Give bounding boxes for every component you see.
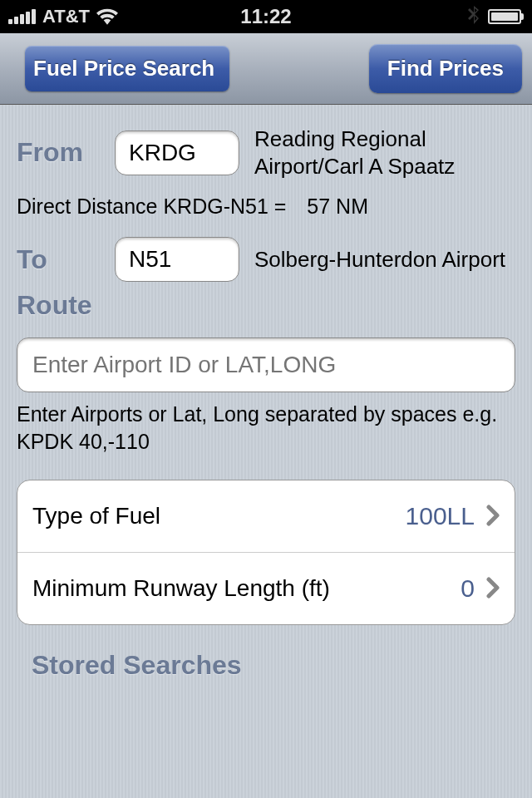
to-row: To Solberg-Hunterdon Airport — [17, 237, 515, 282]
chevron-right-icon — [486, 571, 500, 606]
fuel-type-label: Type of Fuel — [32, 503, 406, 530]
bluetooth-icon — [468, 6, 480, 28]
route-section: Route Enter Airports or Lat, Long separa… — [17, 290, 515, 455]
find-prices-button[interactable]: Find Prices — [369, 44, 522, 93]
to-airport-name: Solberg-Hunterdon Airport — [254, 246, 515, 273]
battery-icon — [488, 9, 524, 24]
carrier-label: AT&T — [42, 6, 90, 27]
status-right — [468, 6, 524, 28]
from-label: From — [17, 137, 100, 168]
runway-length-row[interactable]: Minimum Runway Length (ft) 0 — [17, 553, 515, 624]
to-input[interactable] — [115, 237, 239, 282]
content: From Reading Regional Airport/Carl A Spa… — [0, 105, 532, 702]
wifi-icon — [96, 8, 118, 25]
route-input[interactable] — [17, 337, 515, 392]
from-input[interactable] — [115, 131, 239, 175]
clock: 11:22 — [240, 5, 291, 28]
fuel-type-row[interactable]: Type of Fuel 100LL — [17, 480, 515, 553]
fuel-type-value: 100LL — [406, 502, 475, 530]
from-row: From Reading Regional Airport/Carl A Spa… — [17, 126, 515, 180]
route-label: Route — [17, 290, 515, 321]
route-helper-text: Enter Airports or Lat, Long separated by… — [17, 401, 515, 455]
back-button[interactable]: Fuel Price Search — [25, 46, 229, 91]
to-label: To — [17, 244, 100, 275]
chevron-right-icon — [486, 499, 500, 534]
distance-label: Direct Distance KRDG-N51 = — [17, 195, 286, 218]
settings-list: Type of Fuel 100LL Minimum Runway Length… — [17, 480, 515, 625]
stored-searches-label: Stored Searches — [32, 650, 515, 681]
runway-length-label: Minimum Runway Length (ft) — [32, 575, 461, 602]
from-airport-name: Reading Regional Airport/Carl A Spaatz — [254, 126, 515, 180]
status-bar: AT&T 11:22 — [0, 0, 532, 33]
distance-row: Direct Distance KRDG-N51 = 57 NM — [17, 195, 515, 219]
nav-bar: Fuel Price Search Find Prices — [0, 33, 532, 105]
runway-length-value: 0 — [461, 574, 475, 603]
signal-strength-icon — [8, 9, 36, 24]
status-left: AT&T — [8, 6, 118, 27]
distance-value: 57 NM — [307, 195, 368, 218]
